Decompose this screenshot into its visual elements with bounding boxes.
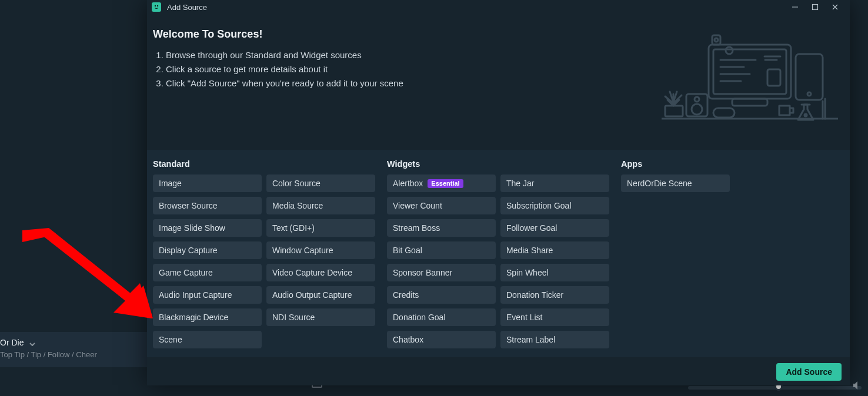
- source-image[interactable]: Image: [153, 174, 262, 192]
- svg-rect-14: [712, 35, 720, 45]
- widget-chatbox[interactable]: Chatbox: [387, 331, 496, 348]
- source-video-capture-device[interactable]: Video Capture Device: [266, 264, 375, 281]
- source-ndi-source[interactable]: NDI Source: [266, 308, 375, 326]
- source-media-source[interactable]: Media Source: [266, 197, 375, 214]
- widget-follower-goal[interactable]: Follower Goal: [500, 219, 609, 237]
- source-display-capture[interactable]: Display Capture: [153, 241, 262, 259]
- desk-illustration: [662, 31, 838, 125]
- source-browser-source[interactable]: Browser Source: [153, 197, 262, 214]
- widget-media-share[interactable]: Media Share: [500, 241, 609, 259]
- widget-the-jar[interactable]: The Jar: [500, 174, 609, 192]
- app-icon: [152, 2, 161, 12]
- svg-point-16: [726, 47, 733, 54]
- svg-point-21: [692, 104, 702, 115]
- source-audio-output-capture[interactable]: Audio Output Capture: [266, 286, 375, 304]
- scene-selector[interactable]: Or Die Top Tip / Tip / Follow / Cheer: [0, 332, 147, 367]
- svg-rect-3: [813, 5, 818, 10]
- source-window-capture[interactable]: Window Capture: [266, 241, 375, 259]
- widget-donation-ticker[interactable]: Donation Ticker: [500, 286, 609, 304]
- source-sections: Standard Image Color Source Browser Sour…: [147, 150, 850, 357]
- section-title: Apps: [621, 159, 730, 169]
- section-standard: Standard Image Color Source Browser Sour…: [153, 153, 375, 348]
- essential-badge: Essential: [428, 179, 463, 188]
- standard-grid: Image Color Source Browser Source Media …: [153, 174, 375, 348]
- widget-spin-wheel[interactable]: Spin Wheel: [500, 264, 609, 281]
- maximize-button[interactable]: [805, 1, 825, 14]
- welcome-panel: Welcome To Sources! Browse through our S…: [147, 14, 850, 150]
- speaker-icon[interactable]: [853, 381, 863, 392]
- svg-point-18: [807, 92, 811, 96]
- scene-name: Or Die: [0, 338, 24, 347]
- close-button[interactable]: [825, 1, 845, 14]
- svg-point-25: [804, 114, 807, 116]
- widget-stream-boss[interactable]: Stream Boss: [387, 219, 496, 237]
- section-apps: Apps NerdOrDie Scene: [621, 153, 730, 348]
- source-color-source[interactable]: Color Source: [266, 174, 375, 192]
- minimize-button[interactable]: [785, 1, 805, 14]
- svg-point-15: [715, 38, 718, 42]
- widget-viewer-count[interactable]: Viewer Count: [387, 197, 496, 214]
- svg-point-1: [157, 5, 158, 6]
- svg-point-22: [695, 97, 699, 102]
- add-source-button[interactable]: Add Source: [776, 363, 842, 381]
- source-image-slide-show[interactable]: Image Slide Show: [153, 219, 262, 237]
- source-scene[interactable]: Scene: [153, 331, 262, 348]
- widget-sponsor-banner[interactable]: Sponsor Banner: [387, 264, 496, 281]
- svg-point-0: [155, 5, 156, 6]
- svg-rect-4: [709, 45, 791, 99]
- titlebar: Add Source: [147, 0, 850, 14]
- modal-footer: Add Source: [147, 357, 850, 385]
- widget-event-list[interactable]: Event List: [500, 308, 609, 326]
- window-title: Add Source: [167, 3, 207, 12]
- scene-subtext: Top Tip / Tip / Follow / Cheer: [0, 350, 147, 359]
- source-audio-input-capture[interactable]: Audio Input Capture: [153, 286, 262, 304]
- svg-rect-2: [792, 7, 798, 8]
- widget-credits[interactable]: Credits: [387, 286, 496, 304]
- section-title: Widgets: [387, 159, 609, 169]
- app-nerdordie-scene[interactable]: NerdOrDie Scene: [621, 174, 730, 192]
- source-game-capture[interactable]: Game Capture: [153, 264, 262, 281]
- apps-grid: NerdOrDie Scene: [621, 174, 730, 192]
- source-blackmagic-device[interactable]: Blackmagic Device: [153, 308, 262, 326]
- widget-donation-goal[interactable]: Donation Goal: [387, 308, 496, 326]
- svg-rect-23: [713, 108, 735, 118]
- svg-rect-13: [732, 99, 767, 106]
- widget-bit-goal[interactable]: Bit Goal: [387, 241, 496, 259]
- chevron-down-icon: [29, 338, 35, 348]
- section-widgets: Widgets Alertbox Essential The Jar Viewe…: [387, 153, 609, 348]
- modal-body: Welcome To Sources! Browse through our S…: [147, 14, 850, 357]
- widget-subscription-goal[interactable]: Subscription Goal: [500, 197, 609, 214]
- svg-rect-10: [767, 69, 780, 86]
- widget-stream-label[interactable]: Stream Label: [500, 331, 609, 348]
- source-text-gdi[interactable]: Text (GDI+): [266, 219, 375, 237]
- svg-rect-19: [665, 106, 683, 116]
- add-source-modal: Add Source Welcome To Sources! Browse th…: [147, 0, 850, 385]
- widgets-grid: Alertbox Essential The Jar Viewer Count …: [387, 174, 609, 348]
- section-title: Standard: [153, 159, 375, 169]
- widget-alertbox[interactable]: Alertbox Essential: [387, 174, 496, 192]
